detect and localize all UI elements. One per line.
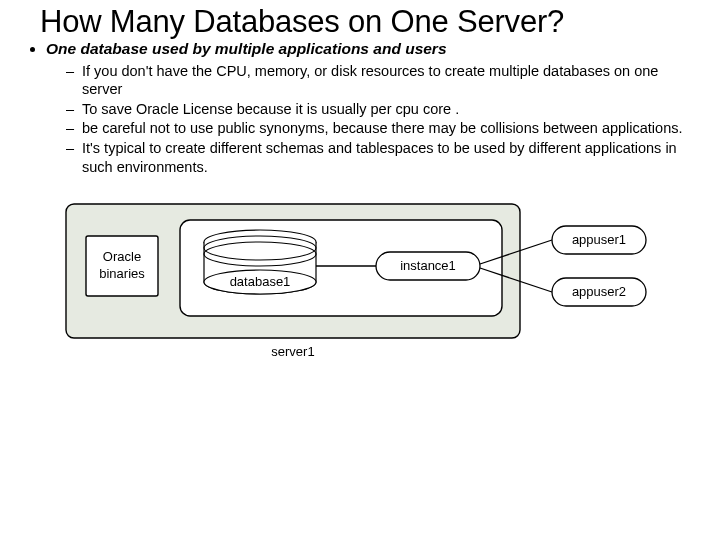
database-label: database1 bbox=[230, 274, 291, 289]
bullet-sub-item: If you don't have the CPU, memory, or di… bbox=[66, 62, 692, 99]
architecture-diagram: server1 Oracle binaries database1 instan… bbox=[62, 196, 658, 364]
bullet-sub-list: If you don't have the CPU, memory, or di… bbox=[66, 62, 692, 176]
binaries-label-line2: binaries bbox=[99, 266, 145, 281]
diagram-svg: server1 Oracle binaries database1 instan… bbox=[62, 196, 658, 364]
database-cylinder: database1 bbox=[204, 230, 316, 294]
bullet-sub-item: be careful not to use public synonyms, b… bbox=[66, 119, 692, 138]
bullet-list: One database used by multiple applicatio… bbox=[46, 40, 692, 176]
slide: How Many Databases on One Server? One da… bbox=[0, 0, 720, 540]
page-title: How Many Databases on One Server? bbox=[40, 4, 692, 40]
server-label: server1 bbox=[271, 344, 314, 359]
bullet-main: One database used by multiple applicatio… bbox=[46, 40, 692, 176]
instance-label: instance1 bbox=[400, 258, 456, 273]
appuser2-label: appuser2 bbox=[572, 284, 626, 299]
binaries-label-line1: Oracle bbox=[103, 249, 141, 264]
appuser1-label: appuser1 bbox=[572, 232, 626, 247]
bullet-main-text: One database used by multiple applicatio… bbox=[46, 40, 447, 57]
bullet-sub-item: To save Oracle License because it is usu… bbox=[66, 100, 692, 119]
bullet-sub-item: It's typical to create different schemas… bbox=[66, 139, 692, 176]
